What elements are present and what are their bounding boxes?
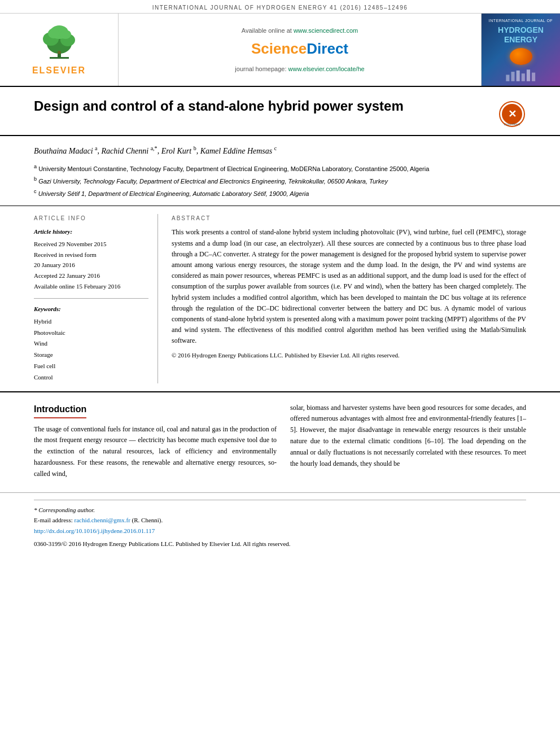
email-footnote: E-mail address: rachid.chenni@gmx.fr (R.… [34, 515, 526, 526]
available-online-text: Available online at www.sciencedirect.co… [242, 26, 358, 36]
crossmark-icon: ✕ CrossMark [498, 101, 526, 128]
author-email-link[interactable]: rachid.chenni@gmx.fr [74, 517, 130, 523]
svg-rect-14 [532, 73, 535, 81]
affiliation-a: a University Mentouri Constantine, Techn… [34, 163, 526, 174]
svg-rect-10 [511, 72, 514, 81]
received-date: Received 29 November 2015 [34, 239, 148, 250]
elsevier-logo-text: ELSEVIER [32, 64, 86, 77]
intro-text-right: solar, biomass and harvester systems hav… [290, 403, 526, 470]
top-banner: ELSEVIER Available online at www.science… [0, 14, 560, 87]
introduction-title: Introduction [34, 403, 86, 418]
doi-line[interactable]: http://dx.doi.org/10.1016/j.ijhydene.201… [34, 526, 526, 536]
keyword-hybrid: Hybrid [34, 316, 148, 327]
article-history-label: Article history: [34, 227, 148, 237]
svg-rect-12 [521, 73, 524, 81]
abstract-copyright: © 2016 Hydrogen Energy Publications LLC.… [172, 351, 526, 360]
svg-text:CrossMark: CrossMark [504, 123, 520, 126]
svg-rect-13 [526, 69, 530, 81]
journal-homepage-link[interactable]: www.elsevier.com/locate/he [288, 65, 365, 72]
abstract-header: ABSTRACT [172, 214, 526, 222]
hj-chart-decoration [498, 68, 544, 81]
svg-rect-11 [516, 71, 519, 81]
journal-header-text: INTERNATIONAL JOURNAL OF HYDROGEN ENERGY… [152, 5, 408, 11]
svg-rect-1 [50, 57, 69, 59]
footnote-area: * Corresponding author. E-mail address: … [34, 500, 526, 549]
keyword-fuelcell: Fuel cell [34, 361, 148, 372]
keywords-label: Keywords: [34, 304, 148, 314]
affiliations: a University Mentouri Constantine, Techn… [34, 163, 526, 199]
available-online-date: Available online 15 February 2016 [34, 281, 148, 292]
keyword-storage: Storage [34, 350, 148, 361]
article-main-title: Design and control of a stand-alone hybr… [34, 97, 487, 115]
intro-text-left: The usage of conventional fuels for inst… [34, 424, 277, 480]
sciencedirect-link[interactable]: www.sciencedirect.com [294, 27, 358, 34]
elsevier-tree-icon [34, 22, 85, 62]
page-footer: * Corresponding author. E-mail address: … [0, 492, 560, 554]
hj-journal-orb [510, 48, 532, 65]
keyword-photovoltaic: Photovoltaic [34, 327, 148, 339]
article-title-text: Design and control of a stand-alone hybr… [34, 97, 487, 115]
sciencedirect-logo: ScienceDirect [251, 38, 348, 60]
keyword-wind: Wind [34, 338, 148, 350]
received-revised-label: Received in revised form [34, 250, 148, 260]
corresponding-author-label: * Corresponding author. [34, 505, 526, 516]
svg-point-6 [48, 28, 59, 38]
hj-title-main: HYDROGEN ENERGY [498, 25, 544, 45]
affiliation-b: b Gazi University, Technology Faculty, D… [34, 175, 526, 186]
article-info-col: ARTICLE INFO Article history: Received 2… [34, 214, 158, 383]
authors-section: Bouthaina Madaci a, Rachid Chenni a,*, E… [0, 136, 560, 206]
article-title-section: Design and control of a stand-alone hybr… [0, 87, 560, 136]
journal-homepage: journal homepage: www.elsevier.com/locat… [235, 64, 364, 74]
crossmark-badge: ✕ CrossMark [498, 100, 526, 128]
bottom-copyright: 0360-3199/© 2016 Hydrogen Energy Publica… [34, 539, 526, 549]
keywords-section: Keywords: Hybrid Photovoltaic Wind Stora… [34, 298, 148, 383]
svg-point-7 [60, 30, 71, 39]
keyword-control: Control [34, 372, 148, 383]
keyword-list: Hybrid Photovoltaic Wind Storage Fuel ce… [34, 316, 148, 383]
authors-line: Bouthaina Madaci a, Rachid Chenni a,*, E… [34, 144, 526, 157]
doi-link[interactable]: http://dx.doi.org/10.1016/j.ijhydene.201… [34, 527, 155, 534]
hydrogen-journal-cover: International Journal of HYDROGEN ENERGY [481, 14, 560, 86]
article-info-header: ARTICLE INFO [34, 214, 148, 222]
history-dates: Received 29 November 2015 Received in re… [34, 239, 148, 291]
svg-rect-9 [506, 75, 509, 81]
introduction-section: Introduction The usage of conventional f… [0, 392, 560, 487]
abstract-text: This work presents a control of stand-al… [172, 227, 526, 346]
svg-point-8 [58, 51, 61, 54]
elsevier-logo-area: ELSEVIER [0, 14, 119, 86]
abstract-col: ABSTRACT This work presents a control of… [172, 214, 526, 383]
hj-title-top: International Journal of [489, 18, 553, 23]
intro-col-left: Introduction The usage of conventional f… [34, 403, 277, 480]
intro-col-right: solar, biomass and harvester systems hav… [290, 403, 526, 480]
revised-date: 20 January 2016 [34, 260, 148, 270]
sciencedirect-area: Available online at www.sciencedirect.co… [119, 14, 481, 86]
article-info-abstract-section: ARTICLE INFO Article history: Received 2… [0, 206, 560, 392]
affiliation-c: c University Sétif 1, Department of Elec… [34, 187, 526, 199]
journal-header: INTERNATIONAL JOURNAL OF HYDROGEN ENERGY… [0, 0, 560, 14]
accepted-date: Accepted 22 January 2016 [34, 270, 148, 281]
svg-text:✕: ✕ [508, 108, 517, 120]
